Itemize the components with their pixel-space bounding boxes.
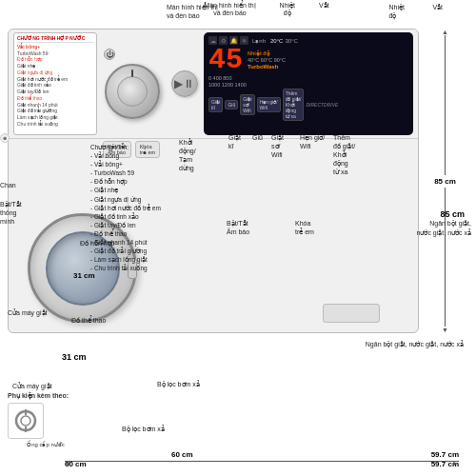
left-annotations: ⊕ — [0, 133, 10, 143]
program-title: CHƯƠNG TRÌNH HỢP NƯỚC — [17, 35, 93, 43]
right-machine-content — [318, 304, 413, 323]
program-item[interactable]: Đồ hỗn hợp — [17, 56, 93, 63]
ngan-bot-annotation: Ngăn bột giặt, nước giặt, nước xả — [366, 340, 464, 349]
giat-so-label: Giặtsơ/Wifi — [271, 133, 284, 159]
display-right: Nhiệt độ 40°C 60°C 90°C TurboWash — [248, 50, 286, 69]
khoi-dong-label: Khởiđộng/Tạmdừng — [179, 138, 196, 172]
knob-indicator — [131, 69, 133, 77]
top-annotation-bar: Màn hình hiển thị và đèn báo Nhiệt độ Vắ… — [0, 2, 476, 29]
do-hon-hop-label: Đồ hỗn hợp — [80, 240, 115, 248]
start-button[interactable]: ▶⏸ — [171, 70, 198, 97]
machine-body: CHƯƠNG TRÌNH HỢP NƯỚC Vải bông+ TurboWas… — [8, 29, 419, 333]
program-item[interactable]: Giặt nhẹ — [17, 63, 93, 69]
khoa-tre-label: Khóatrẻ em — [295, 219, 314, 236]
accessory-section: Phụ kiện kèm theo: Ống cấp nước — [8, 392, 84, 447]
door-dim-label: 31 cm — [62, 352, 87, 362]
heat-label: Nhiệt độ — [248, 50, 286, 56]
knob-inner — [117, 76, 148, 107]
display-spin: 0 400 800 1000 1200 1400 — [208, 75, 408, 88]
accessory-title: Phụ kiện kèm theo: — [8, 392, 84, 400]
temp-20: 20°C — [270, 38, 283, 44]
temp-30: 30°C — [285, 38, 297, 44]
width-dim-label: 60 cm — [171, 450, 193, 459]
bo-loc-label: Bộ lọc bơm xả — [157, 381, 200, 388]
program-item[interactable]: Giặt đồ tinh xảo — [17, 82, 93, 89]
program-item[interactable]: Làm sạch lồng giặt — [17, 114, 93, 121]
bat-tat-am-label: Bật/TắtÂm báo — [227, 219, 249, 236]
display-number: 45 — [208, 46, 243, 74]
giat-so-btn[interactable]: Giặt sơ/ Wifi — [240, 94, 254, 115]
soap-drawer[interactable] — [323, 304, 380, 323]
horiz-dim-line — [65, 461, 459, 462]
program-knob[interactable] — [105, 64, 160, 119]
chan-doan-icon[interactable]: ⊕ — [0, 133, 10, 143]
ngan-bot-label: Ngăn bột giặt,nước giặt, nước xả — [417, 219, 471, 238]
icon-5: Lạnh — [252, 37, 266, 44]
spin-row2: 1000 1200 1400 — [208, 82, 408, 88]
cua-may-label: Cửa máy giặt — [8, 309, 47, 317]
main-container: Màn hình hiển thị và đèn báo Nhiệt độ Vắ… — [0, 0, 476, 476]
pipe-icon-box — [8, 403, 44, 439]
program-panel: CHƯƠNG TRÌNH HỢP NƯỚC Vải bông+ TurboWas… — [13, 32, 97, 135]
giat-ki-btn[interactable]: Giặt kĩ — [208, 97, 223, 112]
program-item[interactable]: Giặt đồ trải giường — [17, 108, 93, 114]
program-item[interactable]: Chu trình tải xuống — [17, 121, 93, 128]
program-knob-area: ⏻ — [100, 32, 165, 135]
watt-annotation: Vắt — [319, 2, 329, 10]
hen-gio-btn[interactable]: Hẹn giờ/ Wifi — [257, 97, 281, 112]
giu-btn[interactable]: Giũ — [225, 100, 238, 109]
start-button-area: ▶⏸ — [168, 32, 201, 135]
svg-point-1 — [21, 416, 30, 426]
program-item[interactable]: Vải bông+ — [17, 44, 93, 50]
program-item[interactable]: TurboWash 59 — [17, 50, 93, 57]
chuong-trinh-label: Chương trình:- Vải bông- Vải bông+- Turb… — [90, 143, 161, 272]
cua-may-annotation: Cửa máy giặt — [12, 383, 51, 390]
pipe-svg — [12, 407, 39, 434]
display-button-row: Giặt kĩ Giũ Giặt sơ/ Wifi Hẹn giờ/ Wifi … — [208, 89, 408, 121]
them-do-label: Thêmđồ giặt/Khởiđộngtừ xa — [333, 133, 355, 176]
temp-row2: 40°C 60°C 90°C — [248, 57, 286, 63]
right-dimension-area: ▲ 85 cm ▼ — [419, 29, 471, 333]
them-do-btn[interactable]: Thêm đồ giặt/ Khởi động từ xa — [283, 89, 305, 121]
bat-tat-label: Bật/Tắtthôngminh — [0, 200, 22, 226]
height-dim-label: 85 cm — [440, 209, 465, 219]
temp-arrow-label: Nhiệt độ — [389, 3, 405, 20]
do-the-thao-label: Đồ thể thao — [71, 317, 106, 325]
watt-arrow-label: Vắt — [432, 3, 443, 11]
depth-dim-label: 59.7 cm — [431, 450, 459, 459]
spin-row1: 0 400 800 — [208, 75, 408, 81]
temp-annotation: Nhiệt độ — [280, 2, 295, 17]
program-item[interactable]: Đồ thể thao — [17, 95, 93, 102]
giat-ki-label: Giặtkĩ — [228, 133, 241, 150]
directdrive-label: DIRECTDRIVE — [306, 102, 338, 108]
height-dim: ▲ 85 cm ▼ — [432, 29, 458, 333]
bo-loc-annotation: Bộ lọc bơm xả — [122, 426, 165, 433]
pipe-label: Ống cấp nước — [8, 441, 84, 447]
turbowash-label: TurboWash — [248, 64, 286, 69]
chan-doan-label: Chan — [0, 181, 16, 189]
display-main-row: 45 Nhiệt độ 40°C 60°C 90°C TurboWash — [208, 46, 408, 74]
giu-label: Giũ — [252, 133, 263, 142]
program-item[interactable]: Giặt tay/Đồ len — [17, 89, 93, 95]
control-panel: CHƯƠNG TRÌNH HỢP NƯỚC Vải bông+ TurboWas… — [9, 30, 418, 139]
dim-left-arrow: ◄ — [65, 460, 71, 466]
hen-gio-label: Hẹn giờ/Wifi — [300, 133, 325, 150]
top-labels: Màn hình hiển thị và đèn báo Nhiệt độ Vắ… — [204, 2, 328, 17]
program-item[interactable]: Giặt ngựa dị ứng — [17, 69, 93, 76]
power-button[interactable]: ⏻ — [104, 49, 115, 60]
digital-display: ☁ ♻ 🔔 ❄ Lạnh 20°C 30°C 45 Nhiệt độ 40°C … — [204, 32, 413, 135]
screen-arrow-label: Màn hình hiển thị và đèn báo — [167, 3, 218, 20]
dim-right-arrow: ► — [452, 460, 459, 466]
